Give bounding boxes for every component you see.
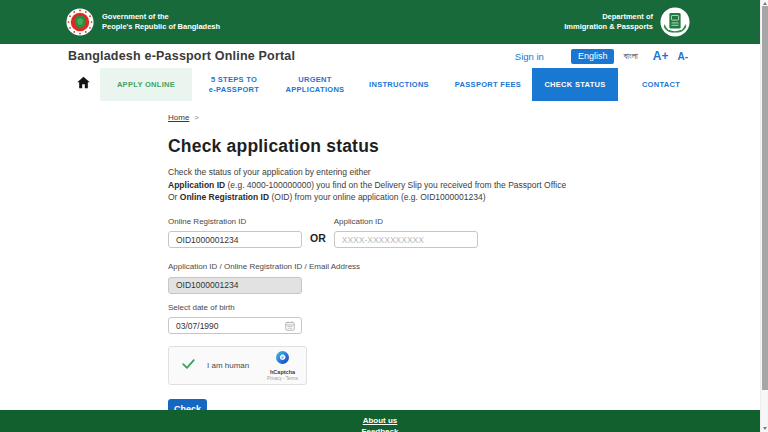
- application-id-input[interactable]: [334, 231, 478, 248]
- portal-title: Bangladesh e-Passport Online Portal: [68, 49, 295, 63]
- hcaptcha-name: hCaptcha: [270, 369, 295, 375]
- footer-about-us-link[interactable]: About us: [0, 415, 760, 426]
- oid-label: Online Registration ID: [168, 217, 302, 226]
- intro-line2: Application ID (e.g. 4000-100000000) you…: [168, 179, 608, 192]
- footer-feedback-link[interactable]: Feedback: [0, 426, 760, 432]
- hcaptcha-logo-icon: [276, 350, 289, 368]
- hcaptcha-privacy-terms[interactable]: Privacy - Terms: [267, 376, 298, 381]
- page: Government of the People's Republic of B…: [0, 0, 760, 432]
- application-id-label: Application ID: [334, 217, 478, 226]
- intro-text: Check the status of your application by …: [168, 166, 608, 204]
- breadcrumb-home-link[interactable]: Home: [168, 113, 189, 122]
- home-icon: [76, 75, 91, 94]
- nav-check-status[interactable]: CHECK STATUS: [532, 68, 618, 101]
- intro-line1: Check the status of your application by …: [168, 166, 608, 179]
- page-title: Check application status: [168, 136, 608, 157]
- scrollbar-thumb[interactable]: [762, 6, 768, 390]
- nav-instructions[interactable]: INSTRUCTIONS: [354, 68, 444, 101]
- department-name: Department of Immigration & Passports: [564, 12, 653, 32]
- title-bar: Bangladesh e-Passport Online Portal Sign…: [0, 44, 760, 68]
- or-separator: OR: [310, 232, 326, 244]
- dob-label: Select date of birth: [168, 303, 608, 312]
- date-of-birth-input[interactable]: [168, 317, 302, 334]
- breadcrumb-separator: >: [194, 113, 199, 122]
- dob-field: Select date of birth: [168, 303, 608, 335]
- captcha-label: I am human: [207, 361, 249, 370]
- combined-id-input: [168, 277, 302, 294]
- application-id-field: Application ID: [334, 217, 478, 249]
- calendar-icon[interactable]: [284, 318, 296, 336]
- department-block: Department of Immigration & Passports: [564, 7, 690, 37]
- breadcrumb: Home>: [168, 113, 608, 122]
- immigration-passports-emblem-icon: [660, 7, 690, 37]
- dept-line2: Immigration & Passports: [564, 22, 653, 32]
- nav-home-button[interactable]: [66, 68, 100, 101]
- hcaptcha-brand: hCaptcha Privacy - Terms: [267, 350, 298, 381]
- dept-line1: Department of: [564, 12, 653, 22]
- intro-line3: Or Online Registration ID (OID) from you…: [168, 191, 608, 204]
- gov-line2: People's Republic of Bangladesh: [102, 22, 220, 32]
- title-actions: Sign in English বাংলা A+ A-: [515, 49, 688, 64]
- government-header: Government of the People's Republic of B…: [0, 0, 760, 44]
- combined-id-label: Application ID / Online Registration ID …: [168, 262, 608, 271]
- language-bangla-button[interactable]: বাংলা: [623, 51, 637, 62]
- nav-urgent-applications[interactable]: URGENT APPLICATIONS: [276, 68, 354, 101]
- sign-in-link[interactable]: Sign in: [515, 51, 544, 62]
- font-decrease-button[interactable]: A-: [677, 51, 688, 62]
- dob-input-wrap: [168, 315, 302, 335]
- combined-id-field: Application ID / Online Registration ID …: [168, 262, 608, 294]
- bangladesh-government-seal-icon: [66, 8, 94, 36]
- main-content: Home> Check application status Check the…: [168, 113, 608, 419]
- language-english-button[interactable]: English: [571, 49, 615, 64]
- footer: About us Feedback: [0, 410, 760, 432]
- gov-line1: Government of the: [102, 12, 220, 22]
- oid-field: Online Registration ID: [168, 217, 302, 249]
- scrollbar-up-arrow-icon[interactable]: [763, 2, 767, 5]
- id-inputs-row: Online Registration ID OR Application ID: [168, 217, 608, 249]
- online-registration-id-input[interactable]: [168, 231, 302, 248]
- nav-passport-fees[interactable]: PASSPORT FEES: [444, 68, 532, 101]
- hcaptcha-widget[interactable]: I am human: [168, 346, 307, 385]
- scrollbar-down-arrow-icon[interactable]: [763, 427, 767, 430]
- font-increase-button[interactable]: A+: [653, 49, 669, 63]
- government-name: Government of the People's Republic of B…: [102, 12, 220, 32]
- nav-contact[interactable]: CONTACT: [618, 68, 704, 101]
- nav-5-steps[interactable]: 5 STEPS TO e-PASSPORT: [192, 68, 276, 101]
- main-nav: APPLY ONLINE 5 STEPS TO e-PASSPORT URGEN…: [0, 68, 760, 101]
- captcha-checkmark-icon: [181, 356, 196, 375]
- vertical-scrollbar[interactable]: [760, 0, 768, 432]
- nav-apply-online[interactable]: APPLY ONLINE: [100, 68, 192, 101]
